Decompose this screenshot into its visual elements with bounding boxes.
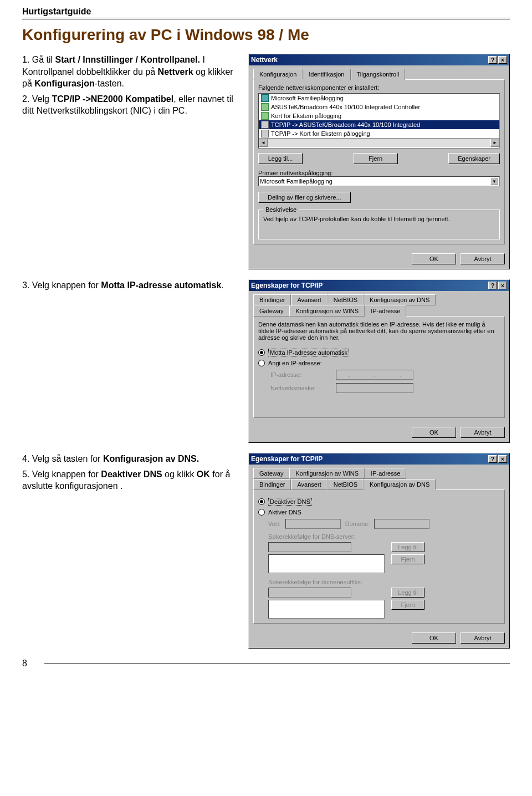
tab-wins-config[interactable]: Konfigurasjon av WINS xyxy=(289,468,365,479)
page-number-value: 8 xyxy=(22,659,27,668)
tab-identifikasjon[interactable]: Identifikasjon xyxy=(303,69,350,80)
domain-suffix-order-label: Søkerekkefølge for domenesuffiks: xyxy=(268,579,500,585)
ok-button[interactable]: OK xyxy=(412,632,456,644)
description-group: Ved hjelp av TCP/IP-protokollen kan du k… xyxy=(258,210,500,239)
primary-logon-dropdown[interactable]: Microsoft Familiepålogging ▼ xyxy=(258,176,500,186)
suffix-list xyxy=(268,600,385,619)
file-print-sharing-button[interactable]: Deling av filer og skrivere... xyxy=(258,192,351,203)
dns-server-list xyxy=(268,554,385,573)
tab-gateway[interactable]: Gateway xyxy=(253,305,289,317)
text-bold: Konfigurasjon xyxy=(34,79,94,88)
radio-manual-ip[interactable]: Angi en IP-adresse: xyxy=(258,360,500,366)
close-button[interactable]: × xyxy=(498,56,507,64)
radio-enable-dns[interactable]: Aktiver DNS xyxy=(258,509,500,516)
list-item[interactable]: TCP/IP -> Kort for Ekstern pålogging xyxy=(271,130,370,137)
tab-konfigurasjon[interactable]: Konfigurasjon xyxy=(253,69,303,80)
radio-disable-dns[interactable]: Deaktiver DNS xyxy=(258,498,500,506)
tab-netbios[interactable]: NetBIOS xyxy=(328,479,364,490)
dropdown-value: Microsoft Familiepålogging xyxy=(260,178,332,185)
text: 3. Velg knappen for xyxy=(22,280,101,290)
text-bold: Nettverk xyxy=(158,67,193,76)
help-button[interactable]: ? xyxy=(488,282,497,289)
scroll-right-icon[interactable]: ► xyxy=(490,139,499,147)
window-tcpip-dns: Egenskaper for TCP/IP ? × Gateway Konfig… xyxy=(248,453,510,649)
nic-icon xyxy=(261,103,269,111)
close-button[interactable]: × xyxy=(498,282,507,289)
add-dns-server-button: Legg til xyxy=(391,542,424,552)
text-bold: Start / Innstillinger / Kontrollpanel. xyxy=(55,55,200,64)
ip-label: IP-adresse: xyxy=(270,371,331,378)
tab-dns-config[interactable]: Konfigurasjon av DNS xyxy=(364,479,436,490)
radio-auto-ip[interactable]: Motta IP-adresse automatisk xyxy=(258,349,500,356)
window-tcpip-ip: Egenskaper for TCP/IP ? × Bindinger Avan… xyxy=(248,279,510,443)
components-label: Følgende nettverkskomponenter er install… xyxy=(258,84,500,91)
scroll-left-icon[interactable]: ◄ xyxy=(259,139,268,147)
tab-netbios[interactable]: NetBIOS xyxy=(328,294,364,305)
text: 2. Velg xyxy=(22,94,52,104)
host-label: Vert: xyxy=(268,521,281,527)
tab-description: Denne datamaskinen kan automatisk tildel… xyxy=(258,321,500,341)
steps-block-1: 1. Gå til Start / Innstillinger / Kontro… xyxy=(22,54,239,120)
description-text: Ved hjelp av TCP/IP-protokollen kan du k… xyxy=(263,216,495,234)
ok-button[interactable]: OK xyxy=(412,427,456,438)
window-title: Egenskaper for TCP/IP xyxy=(251,282,323,289)
host-input xyxy=(285,519,341,529)
text-bold: Konfigurasjon av DNS. xyxy=(103,454,199,463)
titlebar: Egenskaper for TCP/IP ? × xyxy=(249,453,509,465)
tab-wins-config[interactable]: Konfigurasjon av WINS xyxy=(289,305,365,317)
radio-label: Motta IP-adresse automatisk xyxy=(268,349,349,356)
primary-logon-label: Primær nettverkspålogging: xyxy=(258,170,500,176)
tab-avansert[interactable]: Avansert xyxy=(291,294,327,305)
help-button[interactable]: ? xyxy=(488,455,497,463)
cancel-button[interactable]: Avbryt xyxy=(461,632,505,644)
nic-icon xyxy=(261,112,269,120)
horizontal-scrollbar[interactable]: ◄ ► xyxy=(259,138,499,147)
text-bold: OK xyxy=(197,470,210,479)
list-item-selected[interactable]: TCP/IP -> ASUSTeK/Broadcom 440x 10/100 I… xyxy=(271,121,420,128)
domain-label: Domene: xyxy=(345,521,370,527)
text-bold: Deaktiver DNS xyxy=(101,470,162,479)
list-item[interactable]: Microsoft Familiepålogging xyxy=(271,95,344,101)
doc-header: Hurtigstartguide xyxy=(22,7,510,19)
help-button[interactable]: ? xyxy=(488,56,497,64)
tab-tilgangskontroll[interactable]: Tilgangskontroll xyxy=(351,69,406,80)
protocol-icon xyxy=(261,130,269,137)
text: -tasten. xyxy=(95,79,124,88)
text: 1. Gå til xyxy=(22,55,55,64)
cancel-button[interactable]: Avbryt xyxy=(461,427,505,438)
tab-bindinger[interactable]: Bindinger xyxy=(253,294,291,305)
properties-button[interactable]: Egenskaper xyxy=(448,153,500,164)
page-number: 8 xyxy=(22,659,510,669)
tab-avansert[interactable]: Avansert xyxy=(291,479,327,490)
add-suffix-button: Legg til xyxy=(391,588,424,598)
remove-button[interactable]: Fjern xyxy=(354,153,398,164)
radio-icon xyxy=(258,360,265,366)
window-nettverk: Nettverk ? × Konfigurasjon Identifikasjo… xyxy=(248,54,510,269)
client-icon xyxy=(261,94,269,102)
radio-label: Angi en IP-adresse: xyxy=(268,360,322,366)
mask-input: ... xyxy=(336,383,413,393)
chevron-down-icon[interactable]: ▼ xyxy=(490,177,498,185)
tab-gateway[interactable]: Gateway xyxy=(253,468,289,479)
ok-button[interactable]: OK xyxy=(412,253,456,264)
text: 4. Velg så tasten for xyxy=(22,454,103,463)
components-list[interactable]: Microsoft Familiepålogging ASUSTeK/Broad… xyxy=(258,93,500,149)
text-bold: TCP/IP ->NE2000 Kompatibel xyxy=(52,94,173,104)
dns-server-order-label: Søkerekkefølge for DNS-server: xyxy=(268,533,500,540)
titlebar: Egenskaper for TCP/IP ? × xyxy=(249,280,509,291)
tab-bindinger[interactable]: Bindinger xyxy=(253,479,291,490)
add-button[interactable]: Legg til... xyxy=(258,153,303,164)
close-button[interactable]: × xyxy=(498,455,507,463)
steps-block-3: 4. Velg så tasten for Konfigurasjon av D… xyxy=(22,453,239,496)
tab-ip-adresse[interactable]: IP-adresse xyxy=(365,468,406,479)
cancel-button[interactable]: Avbryt xyxy=(461,253,505,264)
list-item[interactable]: ASUSTeK/Broadcom 440x 10/100 Integrated … xyxy=(271,104,420,110)
text: . xyxy=(221,280,223,290)
page-title: Konfigurering av PC i Windows 98 / Me xyxy=(22,26,510,44)
text: 5. Velg knappen for xyxy=(22,470,101,479)
tab-ip-adresse[interactable]: IP-adresse xyxy=(365,305,406,317)
domain-input xyxy=(374,519,429,529)
list-item[interactable]: Kort for Ekstern pålogging xyxy=(271,113,341,119)
titlebar: Nettverk ? × xyxy=(249,54,509,65)
tab-dns-config[interactable]: Konfigurasjon av DNS xyxy=(364,294,436,305)
